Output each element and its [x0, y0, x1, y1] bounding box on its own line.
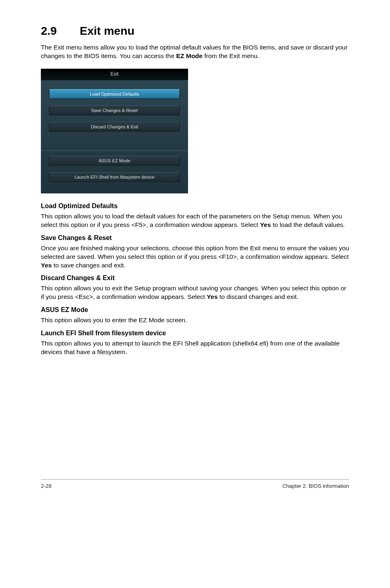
section-body: Once you are finished making your select…: [41, 244, 349, 270]
footer-chapter: Chapter 2: BIOS information: [282, 483, 349, 489]
page-heading: 2.9Exit menu: [41, 25, 349, 38]
section-body: This option allows you to load the defau…: [41, 212, 349, 229]
section-heading: Discard Changes & Exit: [41, 274, 349, 282]
body-text: to discard changes and exit.: [218, 293, 298, 300]
bios-panel-header: Exit: [41, 69, 188, 80]
body-text: This option allows you to exit the Setup…: [41, 285, 346, 300]
footer-page-number: 2-28: [41, 483, 52, 489]
section-heading: Load Optimized Defaults: [41, 202, 349, 210]
body-text: This option allows you to enter the EZ M…: [41, 316, 187, 323]
bios-option-launch-efi-shell[interactable]: Launch EFI Shell from filesystem device: [49, 172, 180, 182]
body-text: to save changes and exit.: [52, 262, 126, 269]
section-body: This option allows you to enter the EZ M…: [41, 316, 349, 325]
bios-option-save-changes-reset[interactable]: Save Changes & Reset: [49, 105, 180, 115]
bios-option-discard-changes-exit[interactable]: Discard Changes & Exit: [49, 122, 180, 132]
intro-text-2: from the Exit menu.: [202, 52, 259, 59]
section-heading: ASUS EZ Mode: [41, 306, 349, 314]
section-number: 2.9: [41, 25, 80, 38]
bold-text: Yes: [260, 221, 271, 228]
intro-bold: EZ Mode: [176, 52, 203, 59]
section-body: This option allows you to exit the Setup…: [41, 284, 349, 301]
body-text: Once you are finished making your select…: [41, 245, 349, 260]
intro-paragraph: The Exit menu items allow you to load th…: [41, 43, 349, 61]
section-heading: Launch EFI Shell from filesystem device: [41, 330, 349, 337]
bios-divider: [41, 150, 188, 151]
section-title: Exit menu: [80, 25, 134, 37]
section-heading: Save Changes & Reset: [41, 234, 349, 242]
bold-text: Yes: [207, 293, 218, 300]
bold-text: Yes: [41, 262, 52, 269]
bios-option-load-optimized-defaults[interactable]: Load Optimized Defaults: [49, 89, 180, 99]
body-text: This option allows you to attempt to lau…: [41, 340, 340, 355]
body-text: to load the default values.: [271, 221, 345, 228]
section-body: This option allows you to attempt to lau…: [41, 339, 349, 357]
bios-option-asus-ez-mode[interactable]: ASUS EZ Mode: [49, 156, 180, 166]
bios-exit-panel: Exit Load Optimized Defaults Save Change…: [41, 69, 188, 193]
page-footer: 2-28 Chapter 2: BIOS information: [41, 479, 349, 489]
